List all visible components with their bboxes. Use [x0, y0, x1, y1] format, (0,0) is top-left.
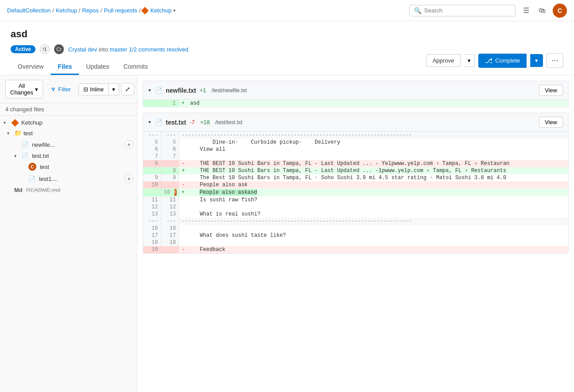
diff-line-9: 9 9 The Best 10 Sushi Bars in Tampa, FL … [143, 174, 568, 181]
tree-folder-test[interactable]: ▾ 📁 test [0, 128, 137, 138]
diff-line-16: 16 16 [143, 225, 568, 232]
diff-line-skip-1: --- --- --------------------------------… [143, 132, 568, 139]
search-input[interactable] [424, 7, 511, 14]
line-num-left [143, 100, 161, 107]
diff-line-13: 13 13 What is real sushi? [143, 211, 568, 218]
bc-ketchup-1[interactable]: Ketchup [56, 7, 77, 14]
line-num-right: 12 [161, 204, 179, 211]
diff-file-icon-testtxt: 📄 [155, 119, 162, 126]
line-num-right: 11 [161, 196, 179, 204]
line-num-right: 8 [161, 167, 179, 174]
user-avatar[interactable]: C [553, 4, 567, 18]
tab-commits[interactable]: Commits [116, 59, 155, 75]
source-branch-link[interactable]: dev [88, 46, 97, 53]
file-name-testtxt: test.txt [32, 153, 133, 159]
line-num-right [161, 160, 179, 167]
comment-dot: C [28, 163, 36, 171]
bc-sep-3: / [101, 7, 102, 14]
diff-additions-newfile: +1 [199, 87, 206, 94]
file-name-newfile: newfile... [32, 141, 123, 148]
line-content [179, 239, 569, 246]
tab-files[interactable]: Files [51, 59, 79, 75]
diff-line-5: 5 5 Dine-in· Curbside pickup· Delivery [143, 139, 568, 146]
tree-file-readme[interactable]: ▾ Md README.md [0, 185, 137, 195]
expand-button[interactable]: ⤢ [121, 83, 134, 95]
tab-overview[interactable]: Overview [11, 59, 51, 75]
line-num-left: 11 [143, 196, 161, 204]
line-num-left: 5 [143, 139, 161, 146]
diff-collapse-icon-testtxt[interactable]: ▾ [148, 119, 151, 125]
bc-ketchup-2[interactable]: Ketchup [150, 7, 172, 14]
search-icon: 🔍 [414, 7, 422, 14]
complete-dropdown-button[interactable]: ▾ [530, 54, 543, 67]
add-comment-test1-button[interactable]: + [125, 174, 133, 183]
diff-line-7: 7 7 [143, 153, 568, 160]
line-content: The Best 10 Sushi Bars in Tampa, FL · So… [179, 174, 569, 181]
more-options-button[interactable]: ⋯ [547, 53, 563, 68]
diff-line-11: 11 11 Is sushi raw fish? [143, 196, 568, 204]
filter-icon: ⛛ [51, 86, 56, 93]
pr-header: asd Active !1 Cr Crystal dev into master… [0, 21, 574, 75]
line-content [179, 225, 569, 232]
diff-table-testtxt: --- --- --------------------------------… [143, 132, 568, 253]
author-avatar: Cr [54, 44, 64, 54]
view-button-testtxt[interactable]: View [539, 117, 563, 128]
repo-diamond-icon [141, 7, 149, 14]
diff-path-testtxt: /test/test.txt [215, 119, 242, 125]
view-button-newfile[interactable]: View [539, 85, 563, 96]
diff-panel-testtxt: ▾ 📄 test.txt -7 +18 /test/test.txt View … [143, 113, 569, 254]
diff-line-17: 17 17 What does sushi taste like? [143, 232, 568, 239]
filter-button[interactable]: ⛛ Filter [47, 83, 75, 95]
diff-line-8-del: 8 - THE BEST 10 Sushi Bars in Tampa, FL … [143, 160, 568, 167]
diff-deletions-testtxt: -7 [190, 119, 195, 125]
approve-dropdown-button[interactable]: ▾ [464, 54, 475, 67]
diff-panel-newfile: ▾ 📄 newfile.txt +1 /test/newfile.txt Vie… [143, 81, 569, 107]
bc-default-collection[interactable]: DefaultCollection [7, 7, 51, 14]
merge-icon: ⎇ [485, 57, 492, 65]
search-box[interactable]: 🔍 [409, 5, 515, 16]
diff-header-left-testtxt: ▾ 📄 test.txt -7 +18 /test/test.txt [148, 119, 535, 126]
target-branch-link[interactable]: master [109, 46, 127, 53]
add-comment-button[interactable]: + [125, 140, 133, 149]
line-num-right: 16 [161, 225, 179, 232]
tree-repo-root[interactable]: ▾ Ketchup [0, 118, 137, 128]
bag-icon[interactable]: 🛍 [537, 5, 547, 16]
line-num-left: 17 [143, 232, 161, 239]
bc-pull-requests[interactable]: Pull requests [104, 7, 137, 14]
status-badge: Active [11, 45, 35, 53]
tree-file-testtxt[interactable]: ▾ 📄 test.txt [0, 151, 137, 161]
diff-path-newfile: /test/newfile.txt [211, 87, 246, 94]
tree-comment-test[interactable]: ▾ C test [0, 161, 137, 172]
line-num-left: 6 [143, 146, 161, 153]
line-num-right: 10 C [161, 188, 179, 196]
line-num-right: --- [161, 132, 179, 139]
diff-header-testtxt: ▾ 📄 test.txt -7 +18 /test/test.txt View [143, 113, 568, 132]
diff-content: ▾ 📄 newfile.txt +1 /test/newfile.txt Vie… [137, 75, 574, 392]
bc-repos[interactable]: Repos [82, 7, 99, 14]
diff-filename-newfile: newfile.txt [166, 87, 196, 94]
author-link[interactable]: Crystal [68, 46, 86, 53]
all-changes-button[interactable]: All Changes ▾ [5, 80, 43, 98]
diff-line-19-del: 19 - Feedback [143, 246, 568, 253]
line-num-right: 5 [161, 139, 179, 146]
tree-file-test1[interactable]: ▾ 📄 test1.... + [0, 172, 137, 185]
add-prefix-icon: + [182, 168, 187, 174]
tab-updates[interactable]: Updates [79, 59, 116, 75]
line-num-right [161, 181, 179, 188]
diff-collapse-icon-newfile[interactable]: ▾ [148, 87, 151, 93]
line-content [179, 204, 569, 211]
list-icon[interactable]: ☰ [521, 5, 531, 16]
tree-file-newfile[interactable]: ▾ 📄 newfile... + [0, 138, 137, 151]
diff-filename-testtxt: test.txt [166, 119, 186, 126]
inline-icon: ⊟ [83, 86, 88, 93]
inline-view-dropdown-button[interactable]: ▾ [109, 83, 119, 95]
comments-resolved-link[interactable]: 1/2 comments resolved [129, 46, 188, 53]
inline-view-button[interactable]: ⊟ Inline [78, 83, 109, 95]
approve-button[interactable]: Approve [426, 54, 461, 67]
line-content [179, 153, 569, 160]
all-changes-chevron-icon: ▾ [35, 86, 38, 93]
file-icon: 📄 [21, 141, 28, 148]
view-controls: ⊟ Inline ▾ ⤢ [78, 83, 134, 95]
complete-button[interactable]: ⎇ Complete [478, 54, 527, 68]
bc-chevron-icon[interactable]: ▾ [173, 8, 176, 13]
